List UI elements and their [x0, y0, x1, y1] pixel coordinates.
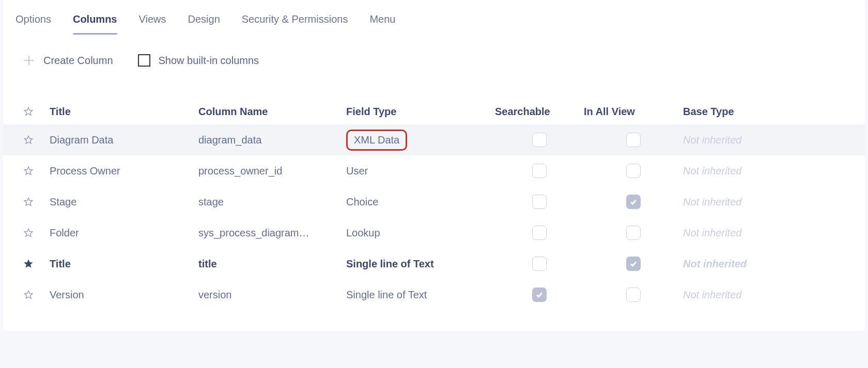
in-all-view-checkbox[interactable]	[626, 164, 641, 178]
row-star-toggle[interactable]	[7, 290, 50, 300]
header-star[interactable]	[7, 106, 50, 117]
in-all-view-checkbox[interactable]	[626, 226, 641, 240]
searchable-checkbox[interactable]	[532, 133, 547, 147]
searchable-checkbox[interactable]	[532, 164, 547, 178]
row-title: Folder	[50, 227, 198, 239]
row-field-type: XML Data	[346, 130, 495, 151]
row-star-toggle[interactable]	[7, 166, 50, 176]
star-icon	[23, 228, 34, 238]
row-in-all-view	[584, 287, 683, 302]
row-title: Process Owner	[50, 165, 198, 177]
row-base-type: Not inherited	[683, 134, 792, 146]
row-star-toggle[interactable]	[7, 259, 50, 269]
svg-marker-3	[24, 136, 33, 143]
header-field-type[interactable]: Field Type	[346, 106, 495, 118]
row-title: Diagram Data	[50, 134, 198, 146]
searchable-checkbox[interactable]	[532, 287, 547, 302]
table-header: Title Column Name Field Type Searchable …	[3, 99, 865, 124]
table-row[interactable]: TitletitleSingle line of TextNot inherit…	[3, 248, 865, 279]
tab-views[interactable]: Views	[139, 13, 166, 35]
table-row[interactable]: StagestageChoiceNot inherited	[3, 186, 865, 217]
plus-icon	[22, 53, 36, 68]
field-type-value: User	[346, 165, 368, 177]
in-all-view-checkbox[interactable]	[626, 133, 641, 147]
svg-marker-6	[24, 229, 33, 236]
row-searchable	[495, 257, 584, 271]
tab-security[interactable]: Security & Permissions	[242, 13, 348, 35]
svg-marker-5	[24, 198, 33, 205]
svg-marker-8	[24, 291, 33, 298]
field-type-value: Single line of Text	[346, 289, 427, 300]
tab-options[interactable]: Options	[16, 13, 51, 35]
table-body: Diagram Datadiagram_dataXML DataNot inhe…	[3, 124, 865, 310]
create-column-button[interactable]: Create Column	[22, 53, 113, 68]
row-in-all-view	[584, 133, 683, 147]
header-base-type[interactable]: Base Type	[683, 106, 792, 118]
star-icon	[23, 197, 34, 207]
row-searchable	[495, 226, 584, 240]
row-column-name: title	[198, 258, 346, 270]
row-column-name: stage	[198, 196, 346, 208]
table-row[interactable]: Diagram Datadiagram_dataXML DataNot inhe…	[3, 124, 865, 155]
in-all-view-checkbox[interactable]	[626, 257, 641, 271]
header-in-all-view[interactable]: In All View	[584, 106, 683, 118]
svg-marker-2	[24, 107, 33, 115]
row-column-name: process_owner_id	[198, 165, 346, 177]
create-column-label: Create Column	[43, 55, 113, 67]
row-base-type: Not inherited	[683, 258, 792, 270]
columns-panel: Options Columns Views Design Security & …	[3, 0, 865, 331]
row-field-type: Choice	[346, 196, 495, 208]
star-icon	[23, 290, 34, 300]
row-in-all-view	[584, 257, 683, 271]
header-title[interactable]: Title	[50, 106, 198, 118]
row-base-type: Not inherited	[683, 196, 792, 208]
show-builtin-label: Show built-in columns	[159, 55, 259, 67]
row-star-toggle[interactable]	[7, 135, 50, 145]
star-icon	[23, 106, 34, 117]
table-row[interactable]: Process Ownerprocess_owner_idUserNot inh…	[3, 155, 865, 186]
columns-table: Title Column Name Field Type Searchable …	[3, 99, 865, 310]
searchable-checkbox[interactable]	[532, 226, 547, 240]
table-row[interactable]: Foldersys_process_diagram…LookupNot inhe…	[3, 217, 865, 248]
header-column-name[interactable]: Column Name	[198, 106, 346, 118]
row-star-toggle[interactable]	[7, 228, 50, 238]
row-searchable	[495, 195, 584, 209]
table-row[interactable]: VersionversionSingle line of TextNot inh…	[3, 279, 865, 310]
row-in-all-view	[584, 164, 683, 178]
row-in-all-view	[584, 226, 683, 240]
star-icon	[23, 259, 34, 269]
row-base-type: Not inherited	[683, 289, 792, 301]
row-base-type: Not inherited	[683, 165, 792, 177]
row-searchable	[495, 287, 584, 302]
columns-toolbar: Create Column Show built-in columns	[3, 35, 865, 68]
row-column-name: diagram_data	[198, 134, 346, 146]
row-field-type: Single line of Text	[346, 289, 495, 301]
row-star-toggle[interactable]	[7, 197, 50, 207]
field-type-value: Lookup	[346, 227, 380, 238]
row-base-type: Not inherited	[683, 227, 792, 239]
field-type-value: XML Data	[346, 130, 407, 151]
in-all-view-checkbox[interactable]	[626, 195, 641, 209]
row-column-name: sys_process_diagram…	[198, 227, 346, 239]
tab-columns[interactable]: Columns	[73, 13, 117, 35]
row-column-name: version	[198, 289, 346, 301]
field-type-value: Choice	[346, 196, 378, 207]
row-in-all-view	[584, 195, 683, 209]
row-searchable	[495, 133, 584, 147]
show-builtin-toggle[interactable]: Show built-in columns	[138, 54, 259, 67]
svg-marker-4	[24, 167, 33, 174]
row-title: Title	[50, 258, 198, 270]
header-searchable[interactable]: Searchable	[495, 106, 584, 118]
field-type-value: Single line of Text	[346, 258, 434, 269]
tab-menu[interactable]: Menu	[369, 13, 395, 35]
row-searchable	[495, 164, 584, 178]
tab-bar: Options Columns Views Design Security & …	[3, 13, 865, 35]
tab-design[interactable]: Design	[188, 13, 220, 35]
star-icon	[23, 166, 34, 176]
searchable-checkbox[interactable]	[532, 195, 547, 209]
checkbox-icon	[138, 54, 150, 67]
row-title: Stage	[50, 196, 198, 208]
searchable-checkbox[interactable]	[532, 257, 547, 271]
row-title: Version	[50, 289, 198, 301]
in-all-view-checkbox[interactable]	[626, 287, 641, 302]
